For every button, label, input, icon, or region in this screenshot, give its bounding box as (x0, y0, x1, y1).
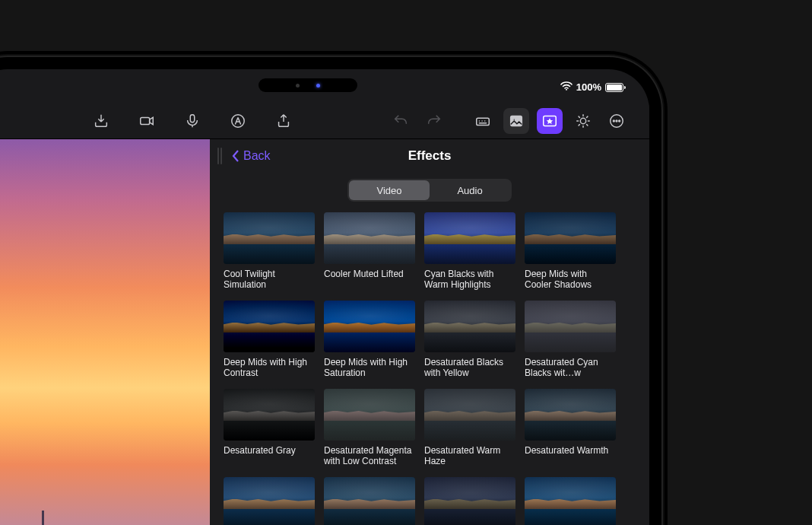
effect-label: Desaturated Magenta with Low Contrast (324, 445, 415, 466)
tab-audio[interactable]: Audio (430, 180, 510, 200)
effect-thumbnail (525, 301, 616, 352)
svg-point-11 (616, 120, 617, 122)
effect-label: Desaturated Blacks with Yellow (424, 357, 515, 378)
preview-viewer[interactable]: 46 % (0, 139, 210, 525)
redo-icon[interactable] (421, 108, 447, 134)
preview-skyline (0, 488, 210, 525)
screen: 100% (0, 69, 649, 525)
svg-point-8 (580, 118, 585, 123)
svg-point-12 (619, 120, 620, 122)
effect-desat-blacks-yellow[interactable]: Desaturated Blacks with Yellow (424, 301, 515, 378)
effect-thumbnail (324, 212, 415, 264)
effect-thumbnail (525, 212, 616, 264)
effect-label: Desaturated Warm Haze (424, 445, 515, 466)
effect-cool-twilight-simulation[interactable]: Cool Twilight Simulation (224, 212, 315, 290)
share-icon[interactable] (271, 108, 297, 134)
effect-thumbnail (424, 389, 515, 441)
status-bar: 100% (560, 81, 623, 93)
effect-thumbnail (424, 477, 515, 525)
titles-icon[interactable] (225, 108, 251, 134)
main-toolbar (0, 103, 649, 139)
tab-video[interactable]: Video (349, 180, 430, 200)
effect-thumbnail (525, 477, 616, 525)
effect-desaturated-gray[interactable]: Desaturated Gray (224, 389, 315, 466)
import-icon[interactable] (88, 108, 114, 134)
effect-thumbnail (424, 212, 515, 264)
effect-deep-mids-high-saturation[interactable]: Deep Mids with High Saturation (324, 301, 415, 378)
effects-type-segmented[interactable]: Video Audio (347, 179, 512, 202)
adjust-dial-icon[interactable] (570, 108, 596, 134)
panel-title: Effects (408, 148, 452, 164)
battery-percent-label: 100% (576, 81, 601, 93)
effect-thumbnail (424, 301, 515, 352)
battery-icon (605, 83, 623, 92)
effect-cyan-blacks-warm-high[interactable]: Cyan Blacks with Warm Highlights (424, 212, 515, 290)
effects-grid: Cool Twilight SimulationCooler Muted Lif… (210, 212, 649, 525)
effect-label: Deep Mids with Cooler Shadows (525, 269, 616, 290)
keyboard-icon[interactable] (470, 108, 496, 134)
effect-thumbnail (224, 301, 315, 352)
effect-thumbnail (324, 389, 415, 441)
panel-resize-handle[interactable] (217, 148, 224, 164)
back-label: Back (243, 149, 271, 163)
wifi-icon (560, 81, 573, 93)
effect-desaturated-warmth[interactable]: Desaturated Warmth (525, 389, 616, 466)
effect-label: Cooler Muted Lifted (324, 269, 415, 290)
effect-extra-1[interactable] (224, 477, 315, 525)
svg-point-0 (566, 89, 567, 91)
effects-panel: Back Effects Video Audio Cool Twilight S… (210, 139, 649, 525)
effect-desat-magenta-low-con[interactable]: Desaturated Magenta with Low Contrast (324, 389, 415, 466)
effect-label: Cyan Blacks with Warm Highlights (424, 269, 515, 290)
mic-icon[interactable] (179, 108, 205, 134)
dynamic-island (259, 78, 357, 92)
svg-rect-4 (477, 118, 490, 125)
effect-thumbnail (525, 389, 616, 441)
effect-extra-3[interactable] (424, 477, 515, 525)
effect-thumbnail (224, 212, 315, 264)
effect-thumbnail (324, 301, 415, 352)
effect-label: Cool Twilight Simulation (224, 269, 315, 290)
more-icon[interactable] (604, 108, 630, 134)
effect-cooler-muted-lifted[interactable]: Cooler Muted Lifted (324, 212, 415, 290)
effect-desaturated-warm-haze[interactable]: Desaturated Warm Haze (424, 389, 515, 466)
effect-deep-mids-high-contrast[interactable]: Deep Mids with High Contrast (224, 301, 315, 378)
effect-thumbnail (224, 389, 315, 441)
svg-rect-2 (190, 114, 195, 122)
effect-label: Desaturated Gray (224, 445, 315, 466)
camera-icon[interactable] (134, 108, 160, 134)
effect-label: Deep Mids with High Contrast (224, 357, 315, 378)
svg-point-3 (232, 114, 245, 127)
effect-extra-2[interactable] (324, 477, 415, 525)
svg-point-10 (613, 120, 614, 122)
effect-thumbnail (324, 477, 415, 525)
effect-extra-4[interactable] (525, 477, 616, 525)
effect-label: Desaturated Cyan Blacks wit…w Contrast (525, 357, 616, 378)
effect-desat-cyan-blacks-low-con[interactable]: Desaturated Cyan Blacks wit…w Contrast (525, 301, 616, 378)
ipad-device-frame: 100% (0, 57, 661, 525)
effects-star-icon[interactable] (537, 108, 563, 134)
effect-label: Desaturated Warmth (525, 445, 616, 466)
effect-deep-mids-cooler-shadows[interactable]: Deep Mids with Cooler Shadows (525, 212, 616, 290)
undo-icon[interactable] (388, 108, 414, 134)
back-button[interactable]: Back (231, 149, 271, 163)
effect-label: Deep Mids with High Saturation (324, 357, 415, 378)
preview-image (0, 139, 210, 525)
photos-icon[interactable] (503, 108, 529, 134)
effect-thumbnail (224, 477, 315, 525)
svg-rect-1 (141, 117, 150, 124)
